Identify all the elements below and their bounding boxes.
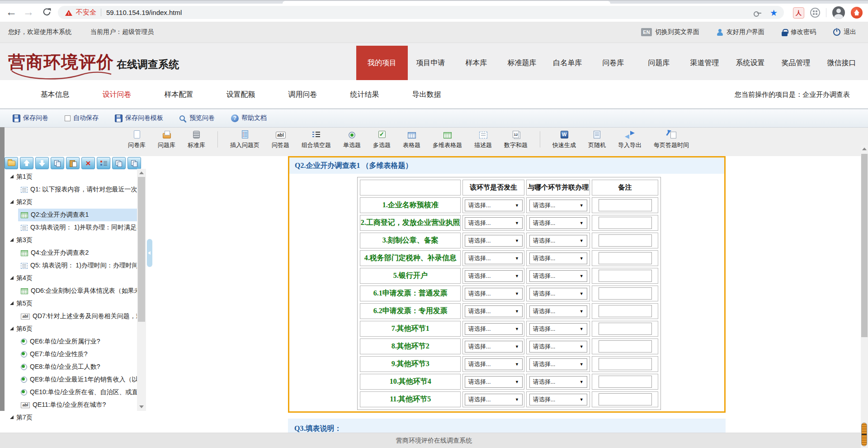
refresh-icon[interactable] bbox=[40, 5, 53, 19]
question-type-button[interactable]: 描述题 bbox=[474, 128, 492, 149]
tree-scrollbar-thumb[interactable] bbox=[138, 177, 145, 322]
note-input[interactable] bbox=[599, 252, 652, 264]
tree-question-row[interactable]: QE9:单位/企业最近1年的销售收入（以 bbox=[18, 373, 137, 386]
question-type-button[interactable]: 插入问题页 bbox=[230, 128, 259, 149]
sub-nav-item[interactable]: 设置配额 bbox=[210, 80, 272, 109]
tree-question-row[interactable]: QE7:单位/企业性质? bbox=[18, 348, 137, 361]
main-nav-item[interactable]: 渠道管理 bbox=[682, 46, 727, 80]
tree-question-row[interactable]: Q3:填表说明： 1)并联办理：同时满足3 bbox=[18, 221, 137, 234]
occurred-select[interactable]: 请选择...▼ bbox=[465, 288, 523, 300]
tree-copy-3-button[interactable] bbox=[127, 157, 141, 169]
tree-paste-button[interactable] bbox=[66, 157, 80, 169]
tree-options-button[interactable] bbox=[97, 157, 110, 169]
tree-scrollbar[interactable] bbox=[137, 169, 146, 411]
note-input[interactable] bbox=[599, 358, 652, 370]
note-input[interactable] bbox=[599, 393, 652, 405]
occurred-select[interactable]: 请选择...▼ bbox=[465, 253, 523, 264]
tree-page-row[interactable]: 第6页 bbox=[5, 323, 137, 335]
password-key-icon[interactable] bbox=[754, 9, 762, 17]
parallel-select[interactable]: 请选择...▼ bbox=[529, 270, 587, 282]
tree-down-button[interactable] bbox=[35, 157, 49, 169]
sidebar-collapse-handle[interactable] bbox=[147, 239, 152, 267]
tree-question-row[interactable]: ablQE11:单位/企业所在城市? bbox=[18, 399, 137, 411]
page-scrollbar[interactable] bbox=[861, 145, 868, 448]
tree-page-row[interactable]: 第5页 bbox=[5, 297, 137, 310]
tree-copy-2-button[interactable] bbox=[112, 157, 126, 169]
main-nav-item[interactable]: 标准题库 bbox=[499, 46, 545, 80]
question-type-button[interactable]: 表格题 bbox=[403, 128, 420, 149]
tree-expand-icon[interactable] bbox=[10, 175, 14, 178]
sub-nav-item[interactable]: 设计问卷 bbox=[86, 80, 148, 109]
note-input[interactable] bbox=[599, 270, 652, 282]
extension-icon[interactable] bbox=[810, 8, 820, 18]
profile-avatar[interactable] bbox=[832, 6, 845, 19]
tree-expand-icon[interactable] bbox=[10, 415, 14, 419]
occurred-select[interactable]: 请选择...▼ bbox=[465, 358, 523, 370]
main-nav-item[interactable]: 奖品管理 bbox=[773, 46, 819, 80]
not-secure-label[interactable]: 不安全 bbox=[76, 8, 96, 17]
occurred-select[interactable]: 请选择...▼ bbox=[465, 305, 523, 317]
next-question-title[interactable]: Q3.填表说明： bbox=[288, 419, 726, 433]
tree-question-row[interactable]: Q4:企业开办调查表2 bbox=[18, 247, 137, 259]
address-bar[interactable]: ! 不安全 59.110.154.19/index.html bbox=[58, 6, 784, 19]
tree-question-row[interactable]: Q1: 以下报表内容，请针对您最近一次 bbox=[18, 183, 137, 196]
tree-question-row[interactable]: QE10:单位/企业所在省、自治区、或直 bbox=[18, 386, 137, 399]
tree-page-row[interactable]: 第3页 bbox=[5, 234, 137, 247]
note-input[interactable] bbox=[599, 340, 652, 353]
left-splitter-strip[interactable] bbox=[0, 127, 5, 411]
bookmark-star-icon[interactable]: ★ bbox=[770, 9, 778, 17]
question-type-button[interactable]: 问题库 bbox=[158, 128, 175, 149]
main-nav-item[interactable]: 问题库 bbox=[636, 46, 682, 80]
parallel-select[interactable]: 请选择...▼ bbox=[529, 376, 587, 388]
occurred-select[interactable]: 请选择...▼ bbox=[465, 200, 523, 211]
parallel-select[interactable]: 请选择...▼ bbox=[529, 358, 587, 370]
parallel-select[interactable]: 请选择...▼ bbox=[529, 288, 587, 300]
question-type-button[interactable]: 导入导出 bbox=[618, 128, 642, 149]
sub-nav-item[interactable]: 样本配置 bbox=[148, 80, 210, 109]
occurred-select[interactable]: 请选择...▼ bbox=[465, 235, 523, 247]
sub-nav-item[interactable]: 基本信息 bbox=[24, 80, 86, 109]
occurred-select[interactable]: 请选择...▼ bbox=[465, 376, 523, 388]
parallel-select[interactable]: 请选择...▼ bbox=[529, 394, 587, 405]
note-input[interactable] bbox=[599, 199, 652, 211]
sub-nav-item[interactable]: 导出数据 bbox=[396, 80, 458, 109]
tree-page-row[interactable]: 第2页 bbox=[5, 196, 137, 209]
tree-question-row[interactable]: Q5: 填表说明： 1)办理时间：办理时间 bbox=[18, 259, 137, 272]
tree-question-row[interactable]: Q2:企业开办调查表1 bbox=[18, 209, 137, 221]
main-nav-item[interactable]: 系统设置 bbox=[727, 46, 773, 80]
logout-link[interactable]: 退出 bbox=[833, 28, 856, 36]
sub-nav-item[interactable]: 调用问卷 bbox=[272, 80, 334, 109]
question-type-button[interactable]: abl问答题 bbox=[272, 128, 289, 149]
parallel-select[interactable]: 请选择...▼ bbox=[529, 253, 587, 264]
sub-nav-item[interactable]: 统计结果 bbox=[334, 80, 396, 109]
tree-folder-button[interactable] bbox=[5, 157, 18, 169]
parallel-select[interactable]: 请选择...▼ bbox=[529, 323, 587, 335]
occurred-select[interactable]: 请选择...▼ bbox=[465, 323, 523, 335]
parallel-select[interactable]: 请选择...▼ bbox=[529, 200, 587, 211]
main-nav-item[interactable]: 微信接口 bbox=[819, 46, 864, 80]
page-scroll-up-icon[interactable] bbox=[862, 148, 867, 150]
note-input[interactable] bbox=[599, 217, 652, 229]
question-type-button[interactable]: 多维表格题 bbox=[433, 128, 462, 149]
browser-extension-icon[interactable] bbox=[851, 7, 863, 19]
tree-question-row[interactable]: ablQD7:针对上述业务及问卷相关问题，欢 bbox=[18, 310, 137, 323]
main-nav-item[interactable]: 样本库 bbox=[453, 46, 499, 80]
occurred-select[interactable]: 请选择...▼ bbox=[465, 217, 523, 229]
question-type-button[interactable]: 标准库 bbox=[188, 128, 205, 149]
tree-delete-button[interactable]: × bbox=[81, 157, 95, 169]
selected-question-block[interactable]: Q2.企业开办调查表1 （多维表格题） 该环节是否发生与哪个环节并联办理备注1.… bbox=[288, 156, 726, 413]
scroll-up-icon[interactable] bbox=[139, 172, 144, 174]
tree-question-row[interactable]: QD6:企业刻制公章具体情况表（如果未 bbox=[18, 285, 137, 297]
forward-icon[interactable]: → bbox=[22, 5, 35, 19]
question-type-button[interactable]: 每页答题时间 bbox=[654, 128, 689, 149]
toolbar-button[interactable]: 预览问卷 bbox=[179, 114, 215, 122]
note-input[interactable] bbox=[599, 234, 652, 247]
toolbar-button[interactable]: 保存问卷 bbox=[13, 114, 48, 122]
tree-question-row[interactable]: QE8:单位/企业员工人数? bbox=[18, 361, 137, 373]
switch-language-link[interactable]: EN切换到英文界面 bbox=[641, 28, 699, 36]
page-scrollbar-thumb[interactable] bbox=[861, 154, 868, 337]
parallel-select[interactable]: 请选择...▼ bbox=[529, 235, 587, 247]
tree-copy-button[interactable] bbox=[51, 157, 64, 169]
tree-page-row[interactable]: 第1页 bbox=[5, 171, 137, 183]
note-input[interactable] bbox=[599, 376, 652, 388]
